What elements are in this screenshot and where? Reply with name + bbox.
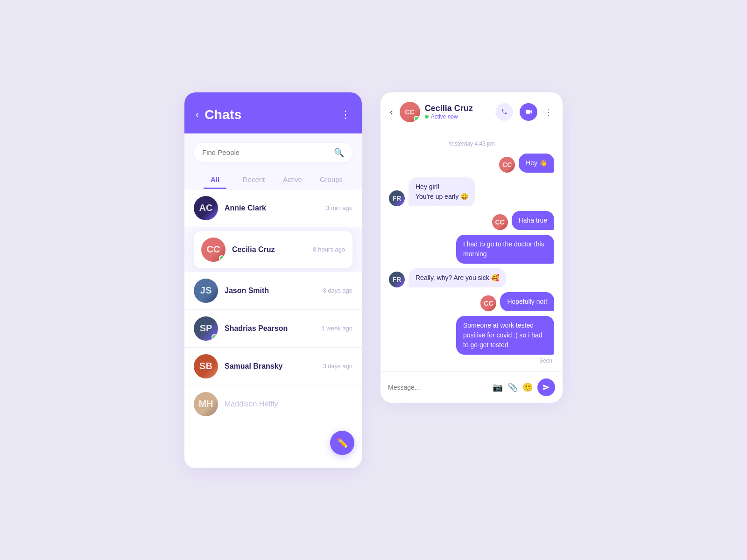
sent-avatar-3: CC — [492, 214, 508, 230]
input-icons: 📷 📎 🙂 — [493, 382, 533, 392]
avatar-samual: SB — [194, 354, 218, 378]
chat-item-shadrias[interactable]: SP Shadrias Pearson 1 week ago — [184, 310, 362, 348]
chat-item-samual[interactable]: SB Samual Bransky 3 days ago — [184, 348, 362, 385]
chat-list: AC Annie Clark 3 min ago CC — [184, 189, 362, 468]
messages-area: Yesterday 4:43 pm Hey 👋 CC FR Hey girl!Y… — [381, 129, 563, 371]
attach-icon[interactable]: 📎 — [507, 382, 518, 392]
message-bubble-3: Haha true — [512, 211, 554, 230]
message-bubble-1: Hey 👋 — [519, 154, 554, 173]
send-button[interactable] — [537, 378, 555, 396]
compose-button-area: ✏️ — [192, 431, 354, 455]
chat-item-cecilia[interactable]: CC Cecilia Cruz 8 hours ago — [194, 231, 352, 268]
video-call-button[interactable] — [520, 103, 537, 121]
recv-avatar-5: FR — [389, 272, 405, 287]
chat-name-shadrias: Shadrias Pearson — [225, 324, 288, 333]
chat-time-jason: 3 days ago — [323, 287, 352, 294]
message-row-4: I had to go to the doctor this morning — [389, 235, 554, 264]
left-header: ‹ Chats ⋮ — [184, 92, 362, 133]
avatar-cecilia: CC — [201, 238, 226, 262]
chat-time-cecilia: 8 hours ago — [313, 246, 345, 253]
right-header-info: Cecilia Cruz Active now — [425, 104, 491, 120]
tab-recent[interactable]: Recent — [234, 171, 273, 189]
chat-name-maddison: Maddison Heffly — [225, 400, 278, 408]
message-bubble-2: Hey girl!You're up early 😄 — [409, 177, 475, 206]
message-row-3: Haha true CC — [389, 211, 554, 230]
message-row-7: Someone at work tested positive for covi… — [389, 316, 554, 355]
status-text: Active now — [431, 113, 458, 120]
message-input-area: 📷 📎 🙂 — [381, 371, 563, 403]
avatar-annie: AC — [194, 196, 218, 220]
chat-name-cecilia: Cecilia Cruz — [232, 245, 275, 254]
message-input[interactable] — [388, 384, 488, 391]
chat-time-annie: 3 min ago — [326, 204, 352, 211]
recv-avatar-2: FR — [389, 190, 405, 206]
more-options-icon[interactable]: ⋮ — [544, 106, 553, 118]
search-input[interactable] — [202, 148, 334, 156]
avatar-jason: JS — [194, 279, 218, 303]
tab-active[interactable]: Active — [273, 171, 312, 189]
chat-name-jason: Jason Smith — [225, 287, 269, 295]
compose-button[interactable]: ✏️ — [330, 431, 354, 455]
chat-item-annie[interactable]: AC Annie Clark 3 min ago — [184, 189, 362, 227]
left-body: 🔍 All Recent Active Groups — [184, 133, 362, 189]
right-panel: ‹ CC Cecilia Cruz Active now — [381, 92, 563, 403]
message-row-1: Hey 👋 CC — [389, 154, 554, 173]
right-avatar: CC — [400, 102, 420, 122]
chat-item-maddison[interactable]: MH Maddison Heffly — [184, 385, 362, 423]
chat-time-samual: 3 days ago — [323, 363, 352, 370]
tabs: All Recent Active Groups — [194, 171, 352, 189]
menu-dots-icon[interactable]: ⋮ — [340, 109, 351, 121]
search-bar[interactable]: 🔍 — [194, 143, 352, 162]
left-panel: ‹ Chats ⋮ 🔍 All Recent Active Groups AC — [184, 92, 362, 468]
right-header: ‹ CC Cecilia Cruz Active now — [381, 92, 563, 129]
message-bubble-6: Hopefully not! — [500, 292, 554, 311]
chat-item-jason[interactable]: JS Jason Smith 3 days ago — [184, 272, 362, 310]
right-contact-name: Cecilia Cruz — [425, 104, 491, 113]
chat-name-annie: Annie Clark — [225, 204, 266, 212]
sent-avatar-6: CC — [480, 295, 496, 311]
back-arrow-icon[interactable]: ‹ — [196, 109, 199, 121]
right-status: Active now — [425, 113, 491, 120]
chat-name-samual: Samual Bransky — [225, 362, 283, 371]
phone-call-button[interactable] — [495, 103, 513, 121]
message-row-2: FR Hey girl!You're up early 😄 — [389, 177, 554, 206]
message-row-5: FR Really, why? Are you sick 🥰 — [389, 268, 554, 287]
avatar-shadrias: SP — [194, 316, 218, 341]
camera-icon[interactable]: 📷 — [493, 382, 503, 392]
emoji-icon[interactable]: 🙂 — [522, 382, 533, 392]
message-bubble-4: I had to go to the doctor this morning — [456, 235, 554, 264]
chat-time-shadrias: 1 week ago — [322, 325, 353, 332]
message-row-6: Hopefully not! CC — [389, 292, 554, 311]
status-online-dot — [425, 115, 429, 119]
avatar-maddison: MH — [194, 392, 218, 416]
message-bubble-5: Really, why? Are you sick 🥰 — [409, 268, 506, 287]
search-icon: 🔍 — [334, 147, 344, 158]
right-actions: ⋮ — [495, 103, 553, 121]
timestamp-divider: Yesterday 4:43 pm — [389, 140, 554, 147]
right-back-icon[interactable]: ‹ — [390, 106, 393, 117]
compose-icon: ✏️ — [337, 437, 348, 448]
message-bubble-7: Someone at work tested positive for covi… — [456, 316, 554, 355]
tab-groups[interactable]: Groups — [312, 171, 351, 189]
tab-all[interactable]: All — [196, 171, 234, 189]
sent-avatar-1: CC — [499, 157, 515, 173]
seen-status: Seen — [389, 357, 552, 364]
chats-title: Chats — [204, 107, 241, 122]
